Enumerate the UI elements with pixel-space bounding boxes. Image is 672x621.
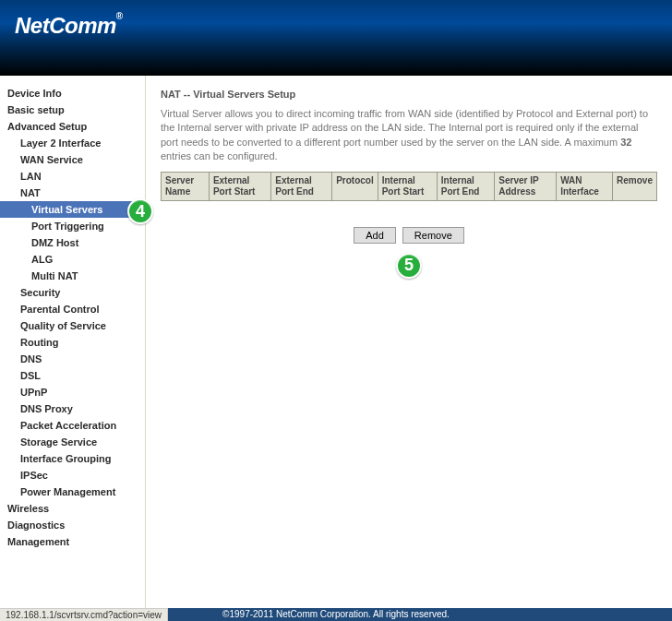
nav-diagnostics[interactable]: Diagnostics xyxy=(0,517,145,533)
button-row: Add Remove 5 xyxy=(161,227,657,244)
sidebar: Device Info Basic setup Advanced Setup L… xyxy=(0,76,146,608)
nav-routing[interactable]: Routing xyxy=(0,334,145,351)
table-header-row: Server Name External Port Start External… xyxy=(162,172,657,200)
nav-port-triggering[interactable]: Port Triggering xyxy=(0,218,145,234)
callout-badge-4: 4 xyxy=(127,198,153,224)
remove-button[interactable]: Remove xyxy=(402,227,464,244)
add-button[interactable]: Add xyxy=(354,227,396,244)
col-ext-port-start: External Port Start xyxy=(209,172,270,200)
nav-upnp[interactable]: UPnP xyxy=(0,384,145,400)
page-title: NAT -- Virtual Servers Setup xyxy=(161,89,657,100)
nav-dns[interactable]: DNS xyxy=(0,351,145,367)
nav-dsl[interactable]: DSL xyxy=(0,367,145,384)
nav-virtual-servers[interactable]: Virtual Servers xyxy=(0,201,145,218)
virtual-servers-table: Server Name External Port Start External… xyxy=(161,172,657,201)
col-server-ip: Server IP Address xyxy=(495,172,557,200)
nav-packet-accel[interactable]: Packet Acceleration xyxy=(0,417,145,434)
nav-layer2-interface[interactable]: Layer 2 Interface xyxy=(0,135,145,151)
main-content: NAT -- Virtual Servers Setup Virtual Ser… xyxy=(146,76,672,608)
col-remove: Remove xyxy=(613,172,657,200)
nav-interface-grouping[interactable]: Interface Grouping xyxy=(0,450,145,467)
nav-dmz-host[interactable]: DMZ Host xyxy=(0,234,145,251)
nav-wireless[interactable]: Wireless xyxy=(0,500,145,517)
nav-advanced-setup[interactable]: Advanced Setup xyxy=(0,118,145,135)
nav-nat[interactable]: NAT xyxy=(0,185,145,201)
nav-security[interactable]: Security xyxy=(0,284,145,301)
nav-alg[interactable]: ALG xyxy=(0,251,145,268)
col-wan-interface: WAN Interface xyxy=(557,172,613,200)
nav-multi-nat[interactable]: Multi NAT xyxy=(0,268,145,284)
nav-device-info[interactable]: Device Info xyxy=(0,85,145,102)
col-protocol: Protocol xyxy=(332,172,378,200)
nav-dns-proxy[interactable]: DNS Proxy xyxy=(0,400,145,417)
col-ext-port-end: External Port End xyxy=(271,172,332,200)
nav-basic-setup[interactable]: Basic setup xyxy=(0,102,145,118)
page-description: Virtual Server allows you to direct inco… xyxy=(161,107,657,164)
nav-power-management[interactable]: Power Management xyxy=(0,484,145,500)
nav-lan[interactable]: LAN xyxy=(0,168,145,185)
nav-management[interactable]: Management xyxy=(0,533,145,550)
brand-logo: NetComm® xyxy=(15,13,123,39)
col-int-port-end: Internal Port End xyxy=(437,172,495,200)
callout-badge-5: 5 xyxy=(396,253,422,279)
app-header: NetComm® xyxy=(0,0,672,76)
nav-qos[interactable]: Quality of Service xyxy=(0,317,145,334)
nav-parental-control[interactable]: Parental Control xyxy=(0,301,145,317)
nav-storage-service[interactable]: Storage Service xyxy=(0,434,145,450)
col-int-port-start: Internal Port Start xyxy=(378,172,437,200)
body-wrap: Device Info Basic setup Advanced Setup L… xyxy=(0,76,672,608)
nav-ipsec[interactable]: IPSec xyxy=(0,467,145,484)
nav-wan-service[interactable]: WAN Service xyxy=(0,151,145,168)
status-bar-url: 192.168.1.1/scvrtsrv.cmd?action=view xyxy=(0,608,168,621)
col-server-name: Server Name xyxy=(162,172,210,200)
